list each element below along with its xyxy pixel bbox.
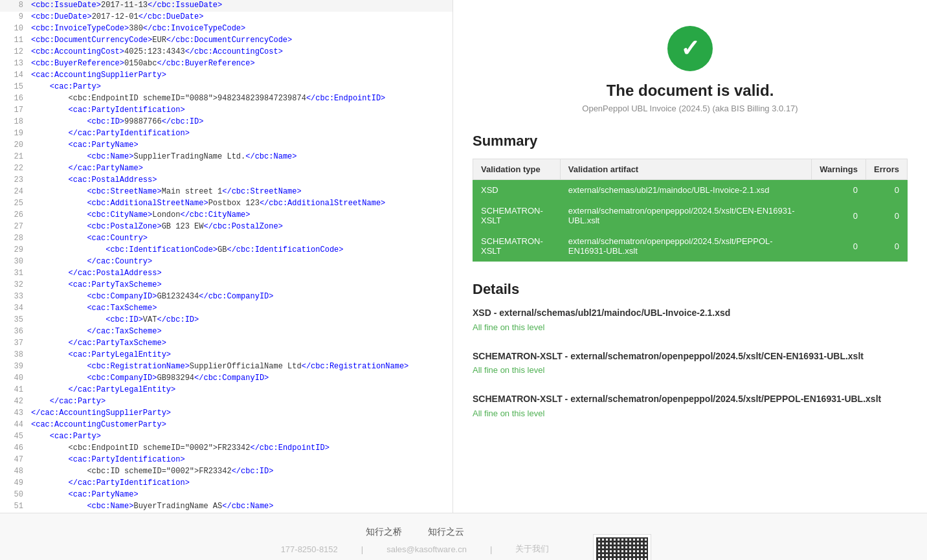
line-content: </cac:AccountingSupplierParty>: [31, 409, 447, 418]
cell-warnings: 0: [812, 231, 866, 262]
detail-heading: SCHEMATRON-XSLT - external/schematron/op…: [473, 393, 908, 406]
line-number: 20: [5, 140, 23, 150]
detail-heading: XSD - external/schemas/ubl21/maindoc/UBL…: [473, 307, 908, 320]
col-header-warnings: Warnings: [812, 159, 866, 180]
footer-about: 关于我们: [515, 543, 549, 555]
detail-heading: SCHEMATRON-XSLT - external/schematron/op…: [473, 350, 908, 363]
xml-line: 28 <cac:Country>: [0, 233, 452, 245]
cell-type: SCHEMATRON-XSLT: [473, 201, 561, 231]
xml-line: 44<cac:AccountingCustomerParty>: [0, 420, 452, 431]
line-number: 16: [5, 94, 23, 103]
line-number: 29: [5, 245, 23, 254]
line-content: <cbc:CityName>London</cbc:CityName>: [31, 210, 447, 219]
line-number: 26: [5, 210, 23, 219]
line-number: 39: [5, 362, 23, 371]
line-content: </cac:Country>: [31, 257, 447, 266]
line-content: <cbc:RegistrationName>SupplierOfficialNa…: [31, 362, 447, 371]
xml-line: 20 <cac:PartyName>: [0, 140, 452, 151]
line-number: 8: [5, 1, 23, 10]
line-number: 45: [5, 432, 23, 441]
line-number: 17: [5, 106, 23, 115]
line-number: 9: [5, 12, 23, 21]
line-content: </cac:PartyName>: [31, 164, 447, 173]
footer-link-cloud[interactable]: 知行之云: [428, 526, 464, 538]
footer-link-bridge[interactable]: 知行之桥: [366, 526, 402, 538]
line-content: <cbc:PostalZone>GB 123 EW</cbc:PostalZon…: [31, 222, 447, 231]
summary-table: Validation type Validation artifact Warn…: [473, 159, 908, 262]
line-content: </cac:PostalAddress>: [31, 269, 447, 278]
line-number: 14: [5, 71, 23, 80]
xml-line: 49 </cac:PartyIdentification>: [0, 478, 452, 489]
xml-line: 43</cac:AccountingSupplierParty>: [0, 408, 452, 420]
line-content: <cac:PartyIdentification>: [31, 455, 447, 464]
line-number: 31: [5, 269, 23, 278]
line-number: 49: [5, 478, 23, 487]
line-content: </cac:TaxScheme>: [31, 327, 447, 336]
details-title: Details: [473, 281, 908, 298]
line-number: 38: [5, 350, 23, 359]
summary-title: Summary: [473, 133, 908, 150]
line-content: <cbc:EndpointID schemeID="0002">FR23342<…: [31, 443, 447, 453]
line-number: 18: [5, 117, 23, 126]
xml-line: 37 </cac:PartyTaxScheme>: [0, 338, 452, 350]
valid-title: The document is valid.: [473, 82, 908, 100]
summary-section: Summary Validation type Validation artif…: [473, 133, 908, 262]
line-number: 24: [5, 187, 23, 196]
line-number: 34: [5, 304, 23, 313]
line-number: 51: [5, 502, 23, 511]
xml-line: 35 <cbc:ID>VAT</cbc:ID>: [0, 315, 452, 326]
detail-ok-text: All fine on this level: [473, 409, 908, 418]
cell-errors: 0: [866, 231, 907, 262]
footer-top-row: 知行之桥 知行之云: [276, 526, 555, 538]
detail-ok-text: All fine on this level: [473, 322, 908, 332]
line-number: 36: [5, 327, 23, 336]
line-number: 43: [5, 409, 23, 418]
line-number: 42: [5, 397, 23, 406]
cell-warnings: 0: [812, 180, 866, 201]
xml-line: 26 <cbc:CityName>London</cbc:CityName>: [0, 210, 452, 221]
xml-line: 16 <cbc:EndpointID schemeID="0088">94823…: [0, 93, 452, 105]
cell-type: SCHEMATRON-XSLT: [473, 231, 561, 262]
line-content: <cbc:DocumentCurrencyCode>EUR</cbc:Docum…: [31, 36, 447, 45]
line-number: 47: [5, 455, 23, 464]
line-content: <cac:Party>: [31, 82, 447, 91]
xml-line: 25 <cbc:AdditionalStreetName>Postbox 123…: [0, 198, 452, 210]
valid-section: The document is valid. OpenPeppol UBL In…: [473, 13, 908, 133]
xml-line: 17 <cac:PartyIdentification>: [0, 105, 452, 117]
line-content: </cac:PartyIdentification>: [31, 478, 447, 487]
footer-contact: 177-8250-8152 | sales@kasoftware.cn | 关于…: [276, 543, 555, 555]
line-number: 11: [5, 36, 23, 45]
line-number: 27: [5, 222, 23, 231]
col-header-artifact: Validation artifact: [560, 159, 811, 180]
xml-line: 36 </cac:TaxScheme>: [0, 326, 452, 338]
line-number: 22: [5, 164, 23, 173]
line-number: 21: [5, 152, 23, 161]
line-content: <cac:PartyName>: [31, 140, 447, 150]
detail-ok-text: All fine on this level: [473, 365, 908, 375]
line-number: 48: [5, 467, 23, 476]
line-content: <cac:AccountingSupplierParty>: [31, 71, 447, 80]
detail-item: XSD - external/schemas/ubl21/maindoc/UBL…: [473, 307, 908, 332]
line-content: <cbc:Name>BuyerTradingName AS</cbc:Name>: [31, 502, 447, 511]
line-content: <cac:PostalAddress>: [31, 175, 447, 185]
xml-line: 23 <cac:PostalAddress>: [0, 175, 452, 186]
xml-line: 30 </cac:Country>: [0, 256, 452, 268]
line-content: <cbc:CompanyID>GB983294</cbc:CompanyID>: [31, 374, 447, 383]
xml-line: 31 </cac:PostalAddress>: [0, 268, 452, 280]
line-content: <cbc:ID schemeID="0002">FR23342</cbc:ID>: [31, 467, 447, 476]
line-content: <cbc:CompanyID>GB1232434</cbc:CompanyID>: [31, 292, 447, 301]
col-header-type: Validation type: [473, 159, 561, 180]
line-content: <cbc:AdditionalStreetName>Postbox 123</c…: [31, 199, 447, 208]
detail-item: SCHEMATRON-XSLT - external/schematron/op…: [473, 393, 908, 418]
xml-line: 32 <cac:PartyTaxScheme>: [0, 280, 452, 291]
xml-line: 21 <cbc:Name>SupplierTradingName Ltd.</c…: [0, 151, 452, 163]
line-content: </cac:PartyIdentification>: [31, 129, 447, 138]
line-content: <cac:Party>: [31, 432, 447, 441]
cell-type: XSD: [473, 180, 561, 201]
xml-line: 40 <cbc:CompanyID>GB983294</cbc:CompanyI…: [0, 373, 452, 385]
line-content: <cac:PartyName>: [31, 490, 447, 499]
xml-line: 51 <cbc:Name>BuyerTradingName AS</cbc:Na…: [0, 501, 452, 513]
line-content: <cbc:ID>VAT</cbc:ID>: [31, 315, 447, 324]
xml-line: 47 <cac:PartyIdentification>: [0, 454, 452, 466]
xml-line: 19 </cac:PartyIdentification>: [0, 128, 452, 140]
